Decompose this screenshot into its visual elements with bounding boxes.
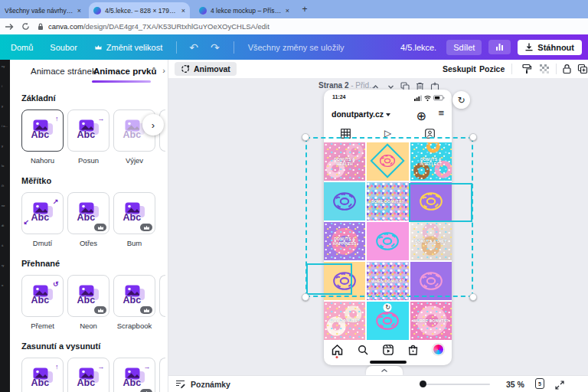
selected-element-border[interactable] (409, 183, 472, 222)
anim-card-bum[interactable]: Abc (113, 192, 155, 234)
canvas-area[interactable]: Strana 2 - Přid... 11:24 donutparty.cz ⊕… (168, 78, 588, 375)
tab-close-icon[interactable]: × (286, 7, 289, 15)
anim-card-posun[interactable]: →Abc (67, 109, 109, 152)
doc-title[interactable]: 4/5.lekce. (400, 43, 436, 52)
anim-card-ot-es[interactable]: Abc (67, 192, 109, 234)
group-button[interactable]: Seskupit (443, 64, 476, 74)
profile-avatar[interactable] (433, 344, 444, 355)
selected-doodle-frame[interactable] (371, 143, 405, 178)
anim-card-p-emet[interactable]: ↺Abc (21, 275, 64, 317)
transparency-icon[interactable] (539, 64, 550, 77)
chevron-right-icon[interactable]: › (162, 66, 165, 75)
tab-element-animations[interactable]: Animace prvků (93, 67, 156, 76)
notes-icon (175, 379, 185, 389)
anim-card-partial[interactable] (159, 358, 165, 392)
reload-icon[interactable] (21, 22, 30, 31)
grid-tile-7[interactable]: DONUTS & HAPPINESS (324, 222, 365, 260)
section-title-z-kladn-: Základní (21, 93, 168, 103)
anim-card-posun[interactable]: →Abc (67, 358, 109, 392)
grid-tile-9[interactable]: DONUTS & DIET (410, 222, 452, 260)
selection-handle-bottom-left[interactable] (302, 293, 309, 301)
duplicate-icon[interactable] (577, 64, 588, 77)
rotate-badge-icon[interactable]: ↻ (384, 303, 392, 312)
anim-card-neon[interactable]: Abc (67, 275, 109, 317)
lock-icon[interactable] (562, 64, 572, 77)
download-button[interactable]: Stáhnout (518, 40, 582, 55)
anim-card-drift[interactable]: →Abc (113, 358, 155, 392)
zoom-slider-knob[interactable] (420, 381, 426, 387)
hamburger-menu-icon[interactable]: ≡ (438, 107, 444, 119)
forward-icon[interactable] (5, 23, 14, 31)
share-button[interactable]: Sdílet (446, 40, 482, 55)
copy-style-icon[interactable] (521, 64, 532, 77)
browser-tab-strip: Všechny vaše návrhy – Canva×4/5.lekce. –… (0, 0, 588, 18)
redo-icon[interactable]: ↷ (211, 41, 220, 54)
zoom-level[interactable]: 35 % (506, 380, 524, 389)
selection-handle-top-right[interactable] (469, 133, 477, 141)
new-tab-button[interactable]: + (299, 3, 311, 15)
address-bar[interactable]: canva.com/design/DAE4gr4_7XA/K53URtxhlGu… (38, 22, 270, 31)
grid-tile-12[interactable] (410, 262, 452, 300)
anim-card-partial[interactable] (159, 275, 165, 317)
animate-button[interactable]: Animovat (175, 62, 237, 76)
anim-card-nahoru[interactable]: ↑Abc (21, 358, 64, 392)
undo-icon[interactable]: ↶ (189, 41, 198, 54)
stats-button[interactable] (488, 40, 511, 54)
arrow-up-icon: ↑ (55, 363, 59, 371)
tab-close-icon[interactable]: × (181, 7, 185, 15)
grid-tile-4[interactable] (324, 182, 365, 220)
browser-tab-2[interactable]: 4/5.lekce. – 828 × 1792 px× (89, 2, 190, 18)
browser-tab-3[interactable]: 4 lekce mockup – Příspěvek na× (194, 2, 294, 18)
grid-tile-14[interactable]: ↻ (367, 302, 408, 340)
selection-handle-bottom-right[interactable] (469, 293, 477, 301)
tab-close-icon[interactable]: × (77, 7, 81, 15)
grid-tile-13[interactable]: WHY DONUTS? (324, 302, 365, 340)
page-count-button[interactable]: 5 (535, 378, 544, 389)
fullscreen-icon[interactable] (555, 379, 564, 392)
left-rail[interactable]: nyíyí o...yločtnediáryo (0, 60, 10, 392)
phone-bottom-nav (324, 344, 452, 355)
animation-preview-icon: ↺Abc (29, 284, 57, 309)
anim-card-scrapbook[interactable]: Abc (113, 275, 155, 317)
reels-tab-icon[interactable]: ▷ (384, 129, 391, 138)
collapse-panel-tab[interactable] (366, 366, 403, 375)
menu-file[interactable]: Soubor (50, 43, 77, 52)
grid-tile-3[interactable]: DONUTS & INTELLECT (410, 142, 452, 181)
selected-element-border[interactable] (306, 263, 352, 295)
grid-tile-15[interactable]: WHERE DONUTS? (410, 302, 452, 340)
grid-tile-1[interactable]: DONUTS & HEALTH (324, 142, 365, 181)
rail-text-fragment: á (2, 243, 3, 247)
shop-icon[interactable] (408, 345, 418, 355)
create-post-icon[interactable]: ⊕ (416, 109, 426, 123)
selection-handle-top-left[interactable] (302, 133, 309, 141)
grid-tile-8[interactable] (367, 222, 408, 260)
menu-resize[interactable]: Změnit velikost (94, 43, 162, 52)
grid-tile-5[interactable]: SOME DONUTS? (367, 182, 408, 220)
carousel-next-button[interactable]: › (142, 114, 164, 136)
chevron-up-icon (381, 368, 388, 373)
status-icons (414, 95, 445, 101)
pro-crown-badge (140, 224, 152, 231)
profile-username[interactable]: donutparty.cz (332, 109, 390, 119)
notes-button[interactable]: Poznámky (175, 379, 230, 389)
arrow-up-icon: ↑ (55, 115, 59, 122)
anim-card-dmut-[interactable]: ↗↙Abc (21, 192, 64, 234)
rotate-page-button[interactable]: ↻ (452, 91, 470, 109)
animation-preview-icon: ↑Abc (29, 119, 57, 143)
rail-text-fragment: y (2, 104, 3, 108)
home-icon[interactable] (332, 345, 343, 355)
search-icon[interactable] (358, 345, 368, 355)
position-button[interactable]: Pozice (479, 64, 505, 74)
tagged-tab-icon[interactable] (425, 129, 435, 139)
browser-tab-1[interactable]: Všechny vaše návrhy – Canva× (0, 2, 86, 18)
zoom-slider-track[interactable] (424, 384, 490, 385)
tab-page-animations[interactable]: Animace stránek (31, 67, 96, 76)
reels-icon[interactable] (383, 345, 394, 355)
anim-card-nahoru[interactable]: ↑Abc (21, 109, 64, 152)
menu-home[interactable]: Domů (11, 43, 33, 52)
grid-tile-11[interactable]: WHEN DONUTS? (367, 262, 408, 300)
design-page-mockup[interactable]: 11:24 donutparty.cz ⊕ ≡ ▷ DONUTS & HEALT… (324, 90, 452, 365)
lock-icon (38, 23, 44, 31)
grid-tab-icon[interactable] (341, 129, 351, 139)
grid-tile-2[interactable] (367, 142, 408, 181)
